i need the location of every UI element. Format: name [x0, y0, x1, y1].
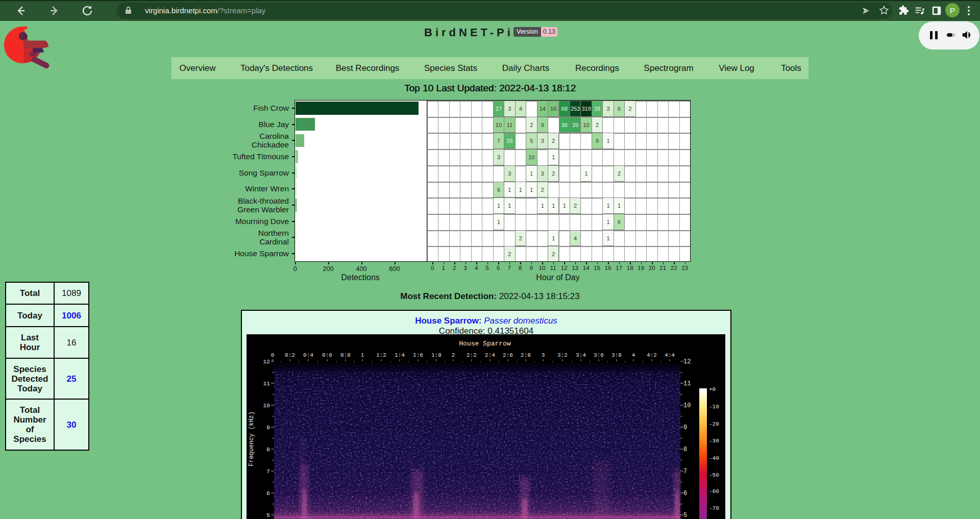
svg-text:12: 12	[263, 358, 270, 365]
svg-text:7: 7	[266, 468, 270, 475]
svg-text:-50: -50	[709, 472, 719, 478]
svg-text:2:4: 2:4	[485, 352, 495, 358]
svg-text:1:4: 1:4	[395, 352, 405, 358]
svg-text:2: 2	[452, 352, 455, 358]
svg-text:0:8: 0:8	[340, 352, 351, 358]
svg-text:10: 10	[263, 402, 270, 409]
svg-text:12: 12	[683, 358, 691, 365]
svg-text:0:4: 0:4	[303, 352, 313, 358]
svg-text:2:6: 2:6	[503, 352, 513, 358]
svg-text:-70: -70	[709, 505, 719, 511]
svg-text:3:4: 3:4	[576, 352, 586, 358]
svg-text:1:6: 1:6	[413, 352, 423, 358]
svg-text:8: 8	[266, 446, 270, 453]
svg-text:0:6: 0:6	[322, 352, 332, 358]
svg-text:P: P	[950, 6, 955, 15]
svg-text:-40: -40	[709, 455, 719, 461]
svg-text:10: 10	[683, 402, 691, 409]
svg-text:0:2: 0:2	[285, 352, 295, 358]
svg-text:11: 11	[263, 380, 270, 387]
svg-text:-60: -60	[709, 488, 719, 495]
svg-text:3:8: 3:8	[611, 352, 622, 358]
svg-text:3:6: 3:6	[594, 352, 604, 358]
svg-text:1:2: 1:2	[376, 352, 386, 358]
svg-text:5: 5	[683, 512, 687, 519]
svg-text:-30: -30	[709, 438, 719, 444]
svg-text:1: 1	[361, 352, 364, 358]
svg-text:-10: -10	[709, 404, 719, 410]
svg-text:2:8: 2:8	[521, 352, 531, 358]
svg-text:House Sparrow: House Sparrow	[459, 340, 511, 348]
svg-text:6: 6	[266, 490, 270, 497]
svg-text:0: 0	[271, 352, 275, 358]
svg-text:11: 11	[683, 380, 691, 387]
svg-text:5: 5	[266, 512, 270, 518]
svg-text:7: 7	[683, 468, 687, 475]
svg-text:9: 9	[683, 424, 687, 431]
svg-text:4:2: 4:2	[647, 352, 657, 358]
svg-text:Frequency (kHz): Frequency (kHz)	[248, 411, 255, 466]
svg-text:2:2: 2:2	[467, 352, 477, 358]
svg-text:4: 4	[632, 352, 635, 358]
svg-text:1:8: 1:8	[431, 352, 442, 358]
svg-text:4:4: 4:4	[665, 352, 675, 358]
svg-text:6: 6	[683, 490, 687, 497]
svg-text:9: 9	[266, 424, 270, 431]
svg-text:8: 8	[683, 446, 687, 453]
svg-text:3: 3	[542, 352, 545, 358]
svg-text:+0: +0	[709, 386, 716, 392]
svg-text:-20: -20	[709, 421, 719, 427]
svg-text:3:2: 3:2	[557, 352, 568, 358]
